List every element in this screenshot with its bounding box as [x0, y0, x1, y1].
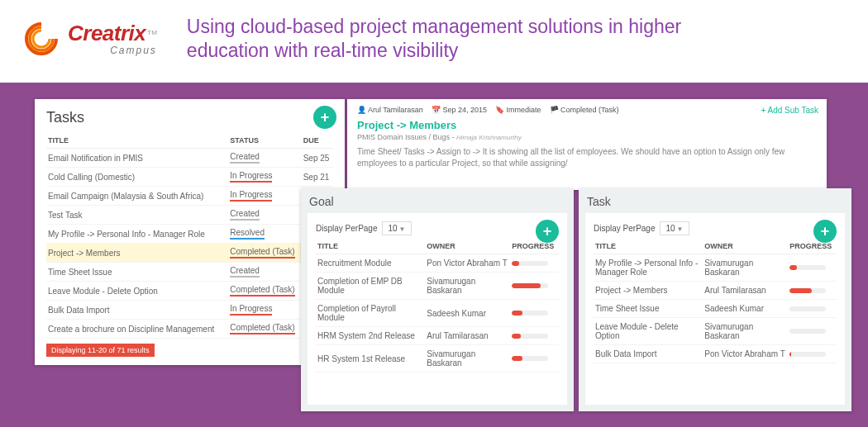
table-row[interactable]: Bulk Data Import In Progress: [46, 301, 333, 320]
detail-description: Time Sheet/ Tasks -> Assign to -> It is …: [357, 146, 817, 169]
table-row[interactable]: Time Sheet Issue Sadeesh Kumar: [594, 300, 837, 318]
task-status: In Progress: [228, 301, 301, 320]
task-perpage-select[interactable]: 10▼: [660, 221, 689, 235]
goal-owner: Arul Tamilarasan: [425, 327, 510, 345]
goal-perpage-select[interactable]: 10▼: [382, 221, 411, 235]
task-owner: Pon Victor Abraham T: [703, 345, 788, 363]
goal-progress: [510, 273, 559, 300]
perpage-label: Display PerPage: [594, 224, 655, 233]
table-row[interactable]: Completion of EMP DB Module Sivamurugan …: [316, 273, 559, 300]
task-perpage: Display PerPage 10▼: [594, 221, 837, 235]
detail-title: Project -> Members: [357, 119, 817, 131]
table-row[interactable]: HRM System 2nd Release Arul Tamilarasan: [316, 327, 559, 345]
goal-progress: [510, 327, 559, 345]
goal-title: Completion of EMP DB Module: [316, 273, 425, 300]
task-progress: [788, 282, 837, 300]
task-status: Completed (Task): [228, 320, 301, 339]
chevron-down-icon: ▼: [677, 225, 684, 233]
table-row[interactable]: My Profile -> Personal Info - Manager Ro…: [594, 254, 837, 282]
goal-title: Completion of Payroll Module: [316, 300, 425, 327]
page-headline: Using cloud-based project management sol…: [187, 15, 749, 63]
task-card-table: TITLE OWNER PROGRESS My Profile -> Perso…: [594, 235, 837, 363]
col-owner: OWNER: [425, 235, 510, 254]
table-row[interactable]: Leave Module - Delete Option Completed (…: [46, 282, 333, 301]
task-title: Bulk Data Import: [46, 301, 228, 320]
user-icon: 👤: [357, 106, 366, 114]
table-row[interactable]: Leave Module - Delete Option Sivamurugan…: [594, 318, 837, 345]
task-progress: [788, 254, 837, 282]
logo-icon: [23, 21, 60, 57]
task-title: Cold Calling (Domestic): [46, 168, 228, 187]
plus-icon: +: [321, 109, 330, 126]
goal-owner: Sadeesh Kumar: [425, 300, 510, 327]
tasks-panel: Tasks + TITLE STATUS DUE Email Notificat…: [35, 99, 345, 365]
task-progress: [788, 300, 837, 318]
table-row[interactable]: Time Sheet Issue Created: [46, 263, 333, 282]
table-row[interactable]: Email Campaign (Malaysia & South Africa)…: [46, 187, 333, 206]
tasks-heading: Tasks: [46, 109, 333, 126]
table-row[interactable]: My Profile -> Personal Info - Manager Ro…: [46, 225, 333, 244]
table-row[interactable]: Project -> Members Arul Tamilarasan: [594, 282, 837, 300]
goal-title: HR System 1st Release: [316, 345, 425, 372]
task-title: My Profile -> Personal Info - Manager Ro…: [46, 225, 228, 244]
detail-author: Arul Tamilarasan: [368, 106, 423, 114]
table-row[interactable]: Email Notification in PMIS Created Sep 2…: [46, 149, 333, 168]
brand-logo: CreatrixTM Campus: [23, 21, 157, 57]
content-area: Tasks + TITLE STATUS DUE Email Notificat…: [0, 83, 868, 427]
detail-state: Completed (Task): [560, 106, 619, 114]
task-status: In Progress: [228, 168, 301, 187]
header-bar: CreatrixTM Campus Using cloud-based proj…: [0, 0, 868, 71]
table-row[interactable]: Create a brochure on Discipline Manageme…: [46, 320, 333, 339]
task-status: Resolved: [228, 225, 301, 244]
col-title: TITLE: [46, 133, 228, 149]
task-card-heading: Task: [585, 195, 845, 208]
add-task-button[interactable]: +: [313, 106, 336, 129]
detail-meta: 👤 Arul Tamilarasan 📅 Sep 24, 2015 🔖 Imme…: [357, 106, 817, 114]
plus-icon: +: [821, 223, 830, 240]
goal-table: TITLE OWNER PROGRESS Recruitment Module …: [316, 235, 559, 372]
task-owner: Arul Tamilarasan: [703, 282, 788, 300]
task-status: Completed (Task): [228, 244, 301, 263]
task-title: Email Notification in PMIS: [46, 149, 228, 168]
goal-heading: Goal: [308, 195, 567, 208]
table-row[interactable]: Bulk Data Import Pon Victor Abraham T: [594, 345, 837, 363]
table-row[interactable]: Cold Calling (Domestic) In Progress Sep …: [46, 168, 333, 187]
table-row[interactable]: Project -> Members Completed (Task): [46, 244, 333, 263]
task-detail-panel: 👤 Arul Tamilarasan 📅 Sep 24, 2015 🔖 Imme…: [347, 99, 827, 190]
add-subtask-button[interactable]: + Add Sub Task: [761, 106, 818, 115]
goal-progress: [510, 254, 559, 273]
add-task-card-button[interactable]: +: [813, 220, 837, 243]
table-row[interactable]: Test Task Created: [46, 206, 333, 225]
task-title: Project -> Members: [46, 244, 228, 263]
task-title: Email Campaign (Malaysia & South Africa): [46, 187, 228, 206]
task-owner: Sivamurugan Baskaran: [703, 318, 788, 345]
perpage-label: Display PerPage: [316, 224, 377, 233]
chevron-down-icon: ▼: [399, 225, 406, 233]
goal-perpage: Display PerPage 10▼: [316, 221, 559, 235]
task-title: My Profile -> Personal Info - Manager Ro…: [594, 254, 703, 282]
col-due: DUE: [302, 133, 333, 149]
task-title: Bulk Data Import: [594, 345, 703, 363]
plus-icon: +: [761, 106, 765, 115]
task-status: Created: [228, 206, 301, 225]
calendar-icon: 📅: [432, 106, 441, 114]
task-title: Project -> Members: [594, 282, 703, 300]
table-row[interactable]: HR System 1st Release Sivamurugan Baskar…: [316, 345, 559, 372]
bookmark-icon: 🔖: [495, 106, 504, 114]
goal-title: Recruitment Module: [316, 254, 425, 273]
task-status: Created: [228, 149, 301, 168]
task-title: Time Sheet Issue: [594, 300, 703, 318]
task-owner: Sivamurugan Baskaran: [703, 254, 788, 282]
task-progress: [788, 318, 837, 345]
task-title: Test Task: [46, 206, 228, 225]
add-goal-button[interactable]: +: [536, 220, 559, 243]
table-row[interactable]: Recruitment Module Pon Victor Abraham T: [316, 254, 559, 273]
table-row[interactable]: Completion of Payroll Module Sadeesh Kum…: [316, 300, 559, 327]
tasks-table: TITLE STATUS DUE Email Notification in P…: [46, 133, 333, 339]
col-title: TITLE: [316, 235, 425, 254]
goal-progress: [510, 345, 559, 372]
col-status: STATUS: [228, 133, 301, 149]
task-status: In Progress: [228, 187, 301, 206]
task-title: Leave Module - Delete Option: [46, 282, 228, 301]
task-title: Leave Module - Delete Option: [594, 318, 703, 345]
